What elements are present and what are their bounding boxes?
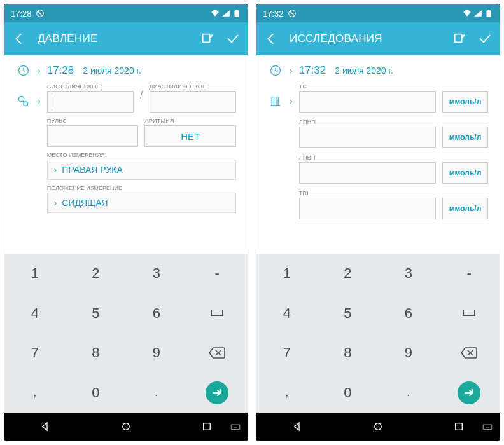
- hdl-input[interactable]: [299, 162, 436, 184]
- datetime-row[interactable]: › 17:28 2 июля 2020 г.: [16, 64, 236, 77]
- no-disturb-icon: [36, 9, 45, 18]
- key-9[interactable]: 9: [378, 333, 439, 373]
- key-space[interactable]: [187, 294, 248, 334]
- key-5[interactable]: 5: [318, 294, 379, 334]
- datetime-row[interactable]: › 17:32 2 июля 2020 г.: [268, 64, 488, 77]
- nav-recent-icon[interactable]: [201, 421, 213, 432]
- key-7[interactable]: 7: [256, 333, 318, 373]
- phone-left: 17:28 ДАВЛЕНИЕ › 17:28 2 июля 2020 г. ›: [4, 4, 248, 441]
- key-3[interactable]: 3: [378, 254, 439, 294]
- svg-point-8: [123, 423, 130, 430]
- diastolic-label: ДИАСТОЛИЧЕСКОЕ: [150, 83, 236, 90]
- key-2[interactable]: 2: [318, 254, 379, 294]
- key-5[interactable]: 5: [66, 294, 127, 334]
- status-time: 17:32: [263, 9, 284, 18]
- back-icon[interactable]: [12, 32, 26, 46]
- key-4[interactable]: 4: [4, 294, 66, 334]
- time-value: 17:28: [47, 64, 74, 77]
- key-0[interactable]: 0: [318, 373, 379, 413]
- screen-title: ДАВЛЕНИЕ: [38, 32, 189, 45]
- signal-icon: [221, 9, 230, 18]
- svg-rect-20: [455, 34, 462, 43]
- time-value: 17:32: [299, 64, 326, 77]
- key-7[interactable]: 7: [4, 333, 66, 373]
- svg-rect-23: [276, 97, 278, 105]
- svg-rect-18: [487, 10, 491, 17]
- nav-back-icon[interactable]: [39, 421, 51, 432]
- place-select[interactable]: ›ПРАВАЯ РУКА: [47, 160, 236, 180]
- key-1[interactable]: 1: [4, 254, 66, 294]
- wifi-icon: [211, 9, 220, 18]
- ldl-unit-button[interactable]: ммоль/л: [442, 127, 488, 148]
- nav-back-icon[interactable]: [291, 421, 303, 432]
- key-comma[interactable]: ,: [256, 373, 318, 413]
- systolic-input[interactable]: [47, 91, 134, 113]
- tri-unit-button[interactable]: ммоль/л: [442, 198, 488, 219]
- position-select[interactable]: ›СИДЯЩАЯ: [47, 193, 236, 213]
- tc-input[interactable]: [299, 91, 436, 113]
- nav-keyboard-icon[interactable]: [482, 421, 493, 432]
- clock-icon: [16, 64, 31, 77]
- tri-input[interactable]: [299, 198, 436, 219]
- key-6[interactable]: 6: [126, 294, 187, 334]
- nav-home-icon[interactable]: [372, 421, 384, 432]
- arrhythmia-label: АРИТМИЯ: [144, 118, 236, 124]
- key-enter[interactable]: [187, 373, 248, 413]
- key-8[interactable]: 8: [66, 333, 127, 373]
- key-2[interactable]: 2: [66, 254, 127, 294]
- key-dash[interactable]: -: [439, 254, 500, 294]
- battery-icon: [484, 9, 493, 18]
- confirm-icon[interactable]: [226, 32, 240, 46]
- signal-icon: [473, 9, 482, 18]
- android-navbar: [4, 413, 248, 441]
- content-area: › 17:32 2 июля 2020 г. › TC ммоль/л ЛПНП…: [256, 55, 500, 254]
- key-8[interactable]: 8: [318, 333, 379, 373]
- content-area: › 17:28 2 июля 2020 г. › СИСТОЛИЧЕСКОЕ /…: [4, 55, 248, 254]
- key-dash[interactable]: -: [187, 254, 248, 294]
- android-navbar: [256, 413, 500, 441]
- confirm-icon[interactable]: [478, 32, 492, 46]
- tc-unit-button[interactable]: ммоль/л: [442, 91, 488, 113]
- svg-line-1: [38, 11, 42, 16]
- svg-line-17: [290, 11, 294, 16]
- ldl-input[interactable]: [299, 127, 436, 148]
- back-icon[interactable]: [264, 32, 278, 46]
- key-4[interactable]: 4: [256, 294, 318, 334]
- key-comma[interactable]: ,: [4, 373, 66, 413]
- svg-rect-2: [235, 10, 239, 17]
- numeric-keyboard: 1 2 3 - 4 5 6 7 8 9 , 0 .: [4, 254, 248, 413]
- status-time: 17:28: [11, 9, 32, 18]
- edit-icon[interactable]: [200, 32, 214, 46]
- svg-rect-22: [272, 97, 274, 105]
- hdl-label: ЛПВП: [299, 154, 436, 161]
- svg-rect-26: [456, 423, 463, 430]
- systolic-label: СИСТОЛИЧЕСКОЕ: [47, 83, 134, 90]
- hdl-unit-button[interactable]: ммоль/л: [442, 162, 488, 184]
- key-backspace[interactable]: [187, 333, 248, 373]
- nav-home-icon[interactable]: [120, 421, 132, 432]
- key-6[interactable]: 6: [378, 294, 439, 334]
- key-3[interactable]: 3: [126, 254, 187, 294]
- battery-icon: [232, 9, 241, 18]
- pulse-input[interactable]: [47, 125, 139, 147]
- key-period[interactable]: .: [378, 373, 439, 413]
- key-enter[interactable]: [439, 373, 500, 413]
- key-backspace[interactable]: [439, 333, 500, 373]
- app-bar: ИССЛЕДОВАНИЯ: [256, 22, 500, 55]
- key-1[interactable]: 1: [256, 254, 318, 294]
- status-bar: 17:28: [4, 4, 248, 22]
- diastolic-input[interactable]: [150, 91, 236, 113]
- lab-icon: [268, 95, 283, 107]
- svg-rect-10: [231, 425, 240, 430]
- key-period[interactable]: .: [126, 373, 187, 413]
- place-label: МЕСТО ИЗМЕРЕНИЯ:: [47, 152, 236, 158]
- key-0[interactable]: 0: [66, 373, 127, 413]
- nav-recent-icon[interactable]: [453, 421, 465, 432]
- date-value: 2 июля 2020 г.: [335, 65, 393, 76]
- key-9[interactable]: 9: [126, 333, 187, 373]
- key-space[interactable]: [439, 294, 500, 334]
- edit-icon[interactable]: [452, 32, 466, 46]
- arrhythmia-toggle[interactable]: НЕТ: [144, 125, 236, 147]
- nav-keyboard-icon[interactable]: [230, 421, 241, 432]
- numeric-keyboard: 1 2 3 - 4 5 6 7 8 9 , 0 .: [256, 254, 500, 413]
